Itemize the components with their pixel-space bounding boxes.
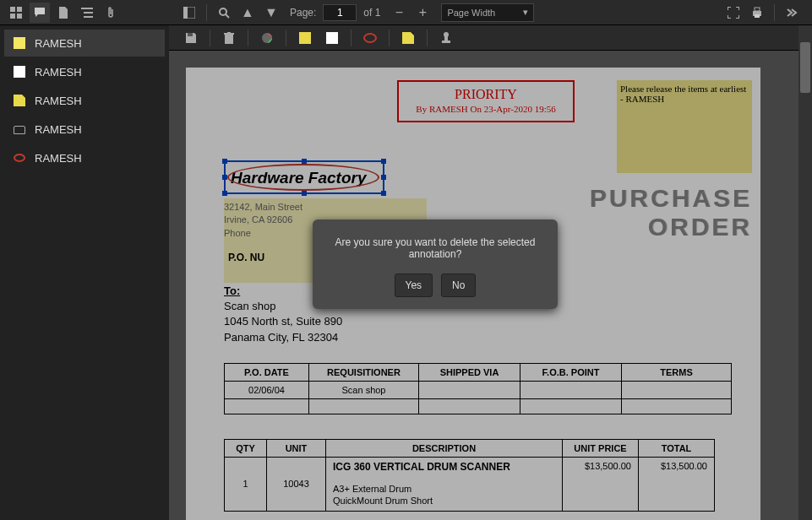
svg-rect-16 [224,33,234,35]
zoom-select[interactable]: Page Width ▾ [441,3,534,22]
svg-rect-15 [225,35,233,44]
resize-handle[interactable] [381,191,386,196]
separator [774,4,775,21]
heading-line1: PURCHASE [590,184,752,213]
priority-subtitle: By RAMESH On 23-Apr-2020 19:56 [404,104,568,114]
annotation-item[interactable]: RAMESH [4,144,165,171]
separator [210,30,210,46]
sticky-text: Please release the items at earliest - R… [620,84,749,104]
annotation-label: RAMESH [35,123,82,136]
svg-rect-3 [17,14,22,19]
ellipse-shape [227,164,379,191]
annotation-label: RAMESH [35,152,82,165]
line-items-table: QTY UNIT DESCRIPTION UNIT PRICE TOTAL 1 … [224,439,715,512]
svg-rect-1 [17,7,22,12]
description-cell: ICG 360 VERTICAL DRUM SCANNER A3+ Extern… [326,458,563,512]
annotation-label: RAMESH [35,95,82,107]
svg-rect-17 [227,32,231,33]
annotation-label: RAMESH [35,66,82,79]
svg-point-22 [444,32,449,37]
note-white-icon [13,65,26,79]
svg-rect-6 [84,16,93,18]
fullscreen-icon[interactable] [723,3,744,23]
heading-line2: ORDER [590,213,752,241]
selected-ellipse-annotation[interactable]: Hardware Factory [224,160,384,194]
annotation-toolbar [169,25,812,51]
priority-stamp[interactable]: PRIORITY By RAMESH On 23-Apr-2020 19:56 [397,80,575,122]
svg-rect-12 [755,8,760,11]
prev-page-icon[interactable]: ▲ [237,3,258,23]
confirm-delete-dialog: Are you sure you want to delete the sele… [313,219,558,309]
yes-button[interactable]: Yes [395,274,433,297]
scrollbar[interactable] [798,25,812,520]
highlight-yellow-icon[interactable] [295,28,315,48]
resize-handle[interactable] [381,159,386,164]
resize-handle[interactable] [222,159,227,164]
toolbar-center: ▲ ▼ Page: of 1 − + Page Width ▾ [169,3,722,23]
highlight-note-icon [13,36,26,50]
document-heading: PURCHASE ORDER [590,184,752,241]
more-icon[interactable] [782,3,802,23]
page-total: of 1 [363,7,380,19]
delete-icon[interactable] [219,28,239,48]
svg-point-9 [220,8,226,15]
po-number-label: P.O. NU [228,252,264,263]
no-button[interactable]: No [441,274,476,297]
resize-handle[interactable] [222,191,227,196]
separator [351,30,352,46]
comments-icon[interactable] [30,3,50,23]
sticky-note-icon [13,94,26,107]
annotation-label: RAMESH [35,37,82,50]
resize-handle[interactable] [381,175,386,180]
dialog-message: Are you sure you want to delete the sele… [325,236,545,260]
search-icon[interactable] [214,3,234,23]
svg-rect-5 [84,12,93,14]
table-header-row: P.O. DATE REQUISITIONER SHIPPED VIA F.O.… [225,364,732,382]
annotation-item[interactable]: RAMESH [4,87,165,114]
toolbar-right [722,3,812,23]
sidebar-toggle-icon[interactable] [179,3,199,23]
table-header-row: QTY UNIT DESCRIPTION UNIT PRICE TOTAL [225,440,715,458]
svg-rect-4 [81,8,93,9]
dialog-buttons: Yes No [325,274,545,297]
table-row: 1 10043 ICG 360 VERTICAL DRUM SCANNER A3… [225,458,715,512]
annotation-item[interactable]: RAMESH [4,30,165,57]
ellipse-icon [13,151,26,165]
top-toolbar: ▲ ▼ Page: of 1 − + Page Width ▾ [0,0,812,25]
svg-point-19 [364,34,376,42]
page-input[interactable] [323,4,357,21]
zoom-value: Page Width [447,8,495,18]
table-row [225,399,732,414]
document-icon[interactable] [53,3,74,23]
annotation-item[interactable]: RAMESH [4,116,165,143]
save-icon[interactable] [181,28,201,48]
add-stamp-icon[interactable] [436,28,456,48]
color-picker-icon[interactable] [257,28,277,48]
print-icon[interactable] [747,3,767,23]
resize-handle[interactable] [302,191,307,196]
stamp-icon [13,122,26,136]
zoom-out-icon[interactable]: − [389,3,409,23]
draw-ellipse-icon[interactable] [360,28,380,48]
next-page-icon[interactable]: ▼ [261,3,281,23]
thumbnails-icon[interactable] [6,3,26,23]
sidebar: RAMESH RAMESH RAMESH RAMESH RAMESH [0,25,169,520]
svg-rect-8 [183,7,188,19]
zoom-in-icon[interactable]: + [412,3,433,23]
svg-rect-2 [10,14,15,19]
page-label: Page: [290,7,316,19]
chevron-down-icon: ▾ [523,7,528,18]
add-sticky-icon[interactable] [398,28,418,48]
highlight-white-icon[interactable] [322,28,342,48]
sticky-note[interactable]: Please release the items at earliest - R… [617,80,752,173]
attachment-icon[interactable] [101,3,121,23]
scrollbar-thumb[interactable] [800,42,810,93]
annotation-item[interactable]: RAMESH [4,58,165,85]
svg-line-10 [226,14,229,18]
svg-rect-20 [442,41,450,43]
table-row: 02/06/04 Scan shop [225,382,732,399]
outline-icon[interactable] [77,3,97,23]
separator [427,30,428,46]
separator [248,30,248,46]
po-info-table: P.O. DATE REQUISITIONER SHIPPED VIA F.O.… [224,363,732,414]
